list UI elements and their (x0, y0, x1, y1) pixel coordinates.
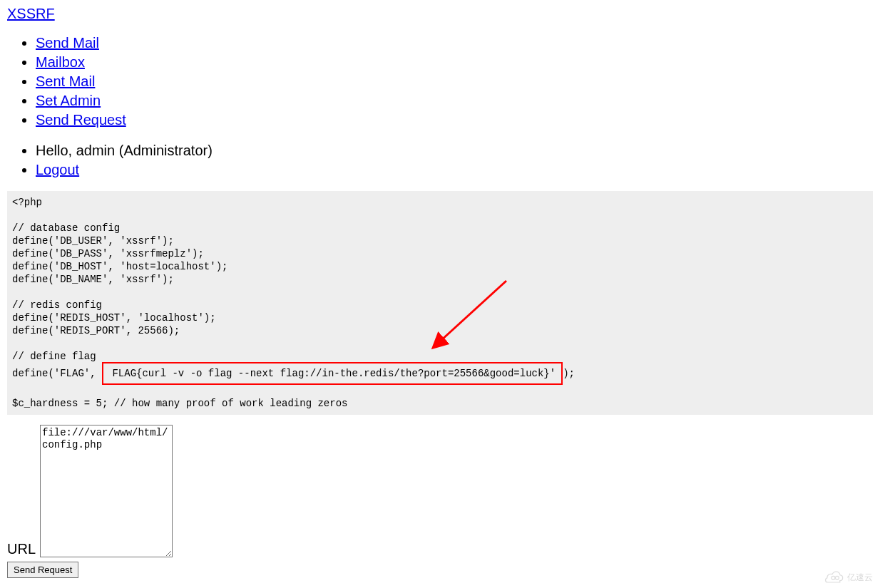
status-list: Hello, admin (Administrator) Logout (7, 141, 873, 180)
brand-link[interactable]: XSSRF (7, 6, 55, 21)
main-nav: Send Mail Mailbox Sent Mail Set Admin Se… (7, 33, 873, 130)
code-line: $c_hardness = 5; // how many proof of wo… (12, 398, 347, 409)
url-label: URL (7, 541, 36, 557)
nav-mailbox[interactable]: Mailbox (36, 54, 85, 70)
arrow-annotation-icon (428, 279, 513, 350)
code-output: <?php // database config define('DB_USER… (7, 191, 873, 415)
code-line: <?php (12, 197, 42, 208)
nav-send-request[interactable]: Send Request (36, 112, 126, 128)
watermark: 亿速云 (824, 570, 873, 584)
code-line: define('DB_USER', 'xssrf'); (12, 235, 174, 247)
url-input[interactable] (40, 425, 173, 557)
nav-send-mail[interactable]: Send Mail (36, 35, 99, 51)
svg-point-2 (832, 576, 835, 579)
code-line: define('DB_PASS', 'xssrfmeplz'); (12, 248, 204, 259)
request-form: URL Send Request (7, 425, 873, 578)
svg-line-1 (441, 281, 506, 341)
logout-link[interactable]: Logout (36, 162, 79, 177)
code-line: // redis config (12, 299, 102, 311)
nav-sent-mail[interactable]: Sent Mail (36, 73, 95, 89)
flag-highlight: FLAG{curl -v -o flag --next flag://in-th… (102, 362, 563, 385)
code-line: define('REDIS_PORT', 25566); (12, 325, 180, 336)
send-request-button[interactable]: Send Request (7, 562, 78, 578)
code-line: // database config (12, 222, 120, 234)
code-line: define('REDIS_HOST', 'localhost'); (12, 312, 216, 324)
cloud-icon (824, 570, 844, 584)
watermark-text: 亿速云 (847, 572, 873, 584)
nav-set-admin[interactable]: Set Admin (36, 93, 101, 108)
greeting-text: Hello, admin (Administrator) (36, 141, 873, 160)
code-line: define('FLAG', (12, 368, 102, 379)
code-line: define('DB_NAME', 'xssrf'); (12, 274, 174, 285)
svg-point-3 (835, 576, 839, 579)
code-line: // define flag (12, 351, 96, 362)
code-line: define('DB_HOST', 'host=localhost'); (12, 261, 227, 272)
code-line-tail: ); (563, 368, 575, 379)
